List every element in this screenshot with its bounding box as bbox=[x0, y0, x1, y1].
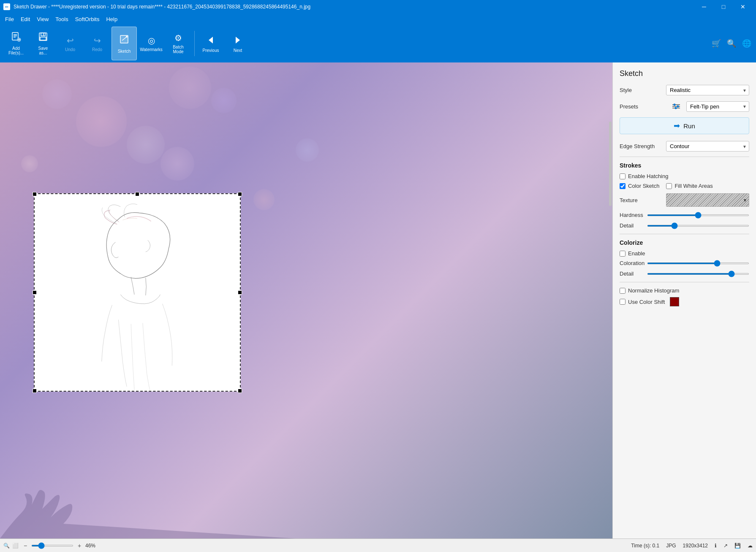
title-bar-left: ✏ Sketch Drawer - ****Unregistered versi… bbox=[3, 3, 310, 10]
toolbar-batch-mode[interactable]: ⚙ Batch Mode bbox=[166, 27, 191, 60]
menu-bar: File Edit View Tools SoftOrbits Help bbox=[0, 14, 756, 24]
toolbar-undo[interactable]: ↩ Undo bbox=[57, 27, 83, 60]
toolbar-previous[interactable]: Previous bbox=[198, 27, 223, 60]
coloration-slider[interactable] bbox=[647, 262, 749, 264]
texture-label: Texture bbox=[620, 197, 666, 203]
status-bar-right: Time (s): 0.1 JPG 1920x3412 ℹ ↗ 💾 ☁ bbox=[631, 543, 753, 549]
toolbar-separator bbox=[194, 31, 195, 56]
status-view-icon[interactable]: 🔍 bbox=[3, 543, 10, 549]
style-label: Style bbox=[620, 87, 666, 93]
edge-strength-control: Contour Light Medium Strong ▼ bbox=[666, 141, 749, 152]
search-icon[interactable]: 🔍 bbox=[726, 38, 737, 49]
panel-content: Sketch Style Realistic Artistic Simple ▼… bbox=[613, 62, 756, 317]
previous-icon bbox=[205, 35, 216, 46]
toolbar-next[interactable]: Next bbox=[225, 27, 250, 60]
menu-file[interactable]: File bbox=[2, 15, 17, 23]
info-icon[interactable]: ℹ bbox=[715, 543, 717, 549]
colorize-section-title: Colorize bbox=[620, 239, 749, 246]
divider-1 bbox=[620, 157, 749, 157]
menu-tools[interactable]: Tools bbox=[52, 15, 71, 23]
scroll-handle[interactable] bbox=[609, 122, 612, 206]
svg-point-13 bbox=[126, 36, 128, 38]
enable-hatching-label[interactable]: Enable Hatching bbox=[628, 173, 668, 179]
run-button[interactable]: ➡ Run bbox=[620, 117, 749, 134]
svg-point-21 bbox=[675, 107, 677, 109]
menu-view[interactable]: View bbox=[33, 15, 52, 23]
edge-strength-select[interactable]: Contour Light Medium Strong bbox=[666, 141, 749, 152]
zoom-value: 46% bbox=[85, 543, 95, 549]
colorize-enable-label[interactable]: Enable bbox=[628, 250, 645, 257]
texture-control: ▼ bbox=[666, 193, 749, 207]
color-sketch-label[interactable]: Color Sketch bbox=[628, 183, 659, 189]
minimize-button[interactable]: ─ bbox=[694, 0, 714, 14]
fill-white-areas-label[interactable]: Fill White Areas bbox=[674, 183, 712, 189]
style-select[interactable]: Realistic Artistic Simple bbox=[666, 85, 749, 95]
add-files-icon bbox=[11, 32, 21, 44]
toolbar-save-as[interactable]: Save as... bbox=[30, 27, 56, 60]
svg-marker-15 bbox=[236, 37, 240, 43]
toolbar-watermarks[interactable]: ◎ Watermarks bbox=[139, 27, 164, 60]
canvas-area[interactable] bbox=[0, 62, 612, 538]
normalize-checkbox[interactable] bbox=[620, 288, 625, 294]
globe-icon[interactable]: 🌐 bbox=[741, 38, 753, 49]
zoom-control: − + 46% bbox=[21, 541, 95, 550]
menu-help[interactable]: Help bbox=[103, 15, 121, 23]
presets-control: Felt-Tip pen Pencil Charcoal ▼ bbox=[686, 101, 749, 112]
batch-mode-icon: ⚙ bbox=[174, 33, 182, 43]
format-badge: JPG bbox=[666, 543, 676, 549]
time-value: 0.1 bbox=[653, 543, 660, 549]
presets-icon bbox=[669, 100, 683, 112]
enable-hatching-row: Enable Hatching bbox=[620, 173, 749, 179]
redo-icon: ↪ bbox=[94, 35, 101, 46]
svg-rect-9 bbox=[40, 37, 46, 40]
watermarks-icon: ◎ bbox=[148, 35, 155, 46]
color-shift-swatch[interactable] bbox=[670, 297, 679, 306]
detail-slider[interactable] bbox=[647, 225, 749, 227]
colorize-detail-slider[interactable] bbox=[647, 273, 749, 275]
color-sketch-checkbox[interactable] bbox=[620, 183, 625, 189]
divider-2 bbox=[620, 234, 749, 234]
dimensions-value: 1920x3412 bbox=[683, 543, 708, 549]
batch-mode-label: Batch Mode bbox=[173, 45, 184, 54]
color-sketch-group: Color Sketch bbox=[620, 183, 659, 189]
sketch-canvas bbox=[34, 193, 241, 392]
style-row: Style Realistic Artistic Simple ▼ bbox=[620, 85, 749, 95]
normalize-label[interactable]: Normalize Histogram bbox=[628, 287, 679, 294]
color-shift-checkbox[interactable] bbox=[620, 299, 625, 305]
cloud-icon[interactable]: ☁ bbox=[748, 543, 753, 549]
toolbar-redo[interactable]: ↪ Redo bbox=[84, 27, 110, 60]
fill-white-areas-group: Fill White Areas bbox=[666, 183, 712, 189]
presets-select[interactable]: Felt-Tip pen Pencil Charcoal bbox=[686, 101, 749, 112]
coloration-label: Coloration bbox=[620, 260, 647, 266]
toolbar-sketch[interactable]: Sketch bbox=[111, 27, 137, 60]
cart-icon[interactable]: 🛒 bbox=[710, 38, 722, 49]
sketch-lines bbox=[35, 194, 240, 391]
close-button[interactable]: ✕ bbox=[733, 0, 753, 14]
color-sketch-row: Color Sketch Fill White Areas bbox=[620, 183, 749, 189]
zoom-minus-button[interactable]: − bbox=[21, 541, 30, 550]
zoom-slider[interactable] bbox=[31, 545, 73, 547]
toolbar-add-files[interactable]: Add File(s)... bbox=[3, 27, 29, 60]
presets-row: Presets Felt-Tip pen Pencil bbox=[620, 100, 749, 112]
menu-softorbits[interactable]: SoftOrbits bbox=[72, 15, 103, 23]
texture-row: Texture ▼ bbox=[620, 193, 749, 207]
enable-hatching-checkbox[interactable] bbox=[620, 173, 625, 179]
texture-preview[interactable]: ▼ bbox=[666, 193, 749, 207]
fill-white-areas-checkbox[interactable] bbox=[666, 183, 672, 189]
panel-title: Sketch bbox=[620, 69, 749, 78]
toolbar: Add File(s)... Save as... ↩ Undo ↪ Redo … bbox=[0, 24, 756, 62]
add-files-label: Add File(s)... bbox=[8, 46, 24, 55]
menu-edit[interactable]: Edit bbox=[17, 15, 33, 23]
color-shift-label[interactable]: Use Color Shift bbox=[628, 299, 665, 305]
zoom-plus-button[interactable]: + bbox=[75, 541, 84, 550]
colorize-enable-checkbox[interactable] bbox=[620, 251, 625, 257]
status-frame-icon[interactable]: ⬜ bbox=[12, 543, 19, 549]
hardness-slider[interactable] bbox=[647, 214, 749, 216]
app-icon: ✏ bbox=[3, 3, 10, 10]
share-icon[interactable]: ↗ bbox=[723, 543, 728, 549]
export-icon[interactable]: 💾 bbox=[734, 543, 741, 549]
svg-point-20 bbox=[677, 106, 679, 108]
coloration-row: Coloration bbox=[620, 260, 749, 266]
toolbar-right-icons: 🛒 🔍 🌐 bbox=[710, 38, 753, 49]
maximize-button[interactable]: □ bbox=[714, 0, 733, 14]
